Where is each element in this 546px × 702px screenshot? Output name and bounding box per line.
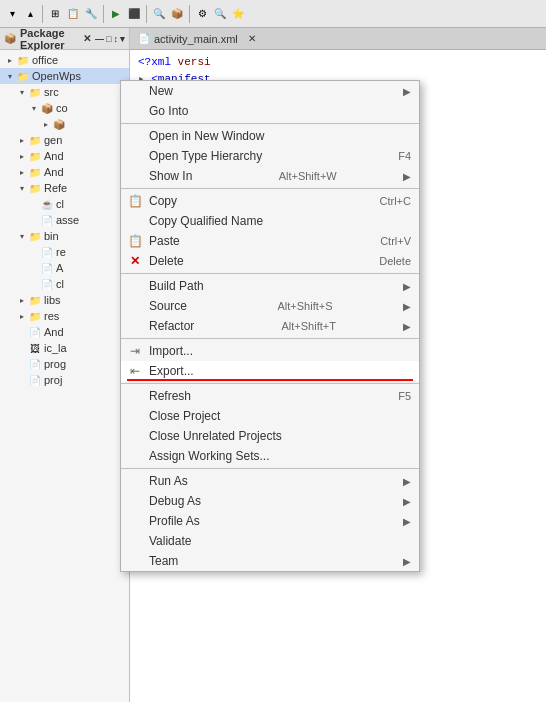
menu-item-open-new-window[interactable]: Open in New Window [121, 126, 419, 146]
tree-item-cl2[interactable]: 📄 cl [0, 276, 129, 292]
tree-item-and1[interactable]: ▸ 📁 And [0, 148, 129, 164]
editor-tab-close[interactable]: ✕ [248, 33, 256, 44]
menu-item-debug-as[interactable]: Debug As ▶ [121, 491, 419, 511]
submenu-arrow-team: ▶ [403, 556, 411, 567]
tree-label: Refe [44, 182, 67, 194]
toolbar-icon-misc2[interactable]: ⭐ [230, 6, 246, 22]
tree-label: prog [44, 358, 66, 370]
menu-separator-5 [121, 383, 419, 384]
tree-item-office[interactable]: ▸ 📁 office [0, 52, 129, 68]
tree-item-co-child[interactable]: ▸ 📦 [0, 116, 129, 132]
tree-item-and2[interactable]: ▸ 📁 And [0, 164, 129, 180]
tree-label: res [44, 310, 59, 322]
package-icon: 📦 [40, 101, 54, 115]
menu-label-assign-working-sets: Assign Working Sets... [149, 449, 270, 463]
menu-separator-6 [121, 468, 419, 469]
toolbar-icon-1[interactable]: ▾ [4, 6, 20, 22]
toolbar-icon-2[interactable]: ▴ [22, 6, 38, 22]
folder-icon: 📁 [28, 309, 42, 323]
menu-item-go-into[interactable]: Go Into [121, 101, 419, 121]
panel-icon-minimize[interactable]: — [95, 34, 104, 44]
tree-item-libs[interactable]: ▸ 📁 libs [0, 292, 129, 308]
toolbar-sep-1 [42, 5, 43, 23]
main-toolbar: ▾ ▴ ⊞ 📋 🔧 ▶ ⬛ 🔍 📦 ⚙ 🔍 ⭐ [0, 0, 546, 28]
panel-icon-expand[interactable]: ↕ [114, 34, 119, 44]
panel-title: Package Explorer [20, 27, 77, 51]
menu-item-new[interactable]: New ▶ [121, 81, 419, 101]
menu-item-copy[interactable]: 📋 Copy Ctrl+C [121, 191, 419, 211]
menu-item-close-unrelated[interactable]: Close Unrelated Projects [121, 426, 419, 446]
tree-item-bin[interactable]: ▾ 📁 bin [0, 228, 129, 244]
toolbar-icon-3[interactable]: ⊞ [47, 6, 63, 22]
menu-item-assign-working-sets[interactable]: Assign Working Sets... [121, 446, 419, 466]
submenu-arrow-refactor: ▶ [403, 321, 411, 332]
menu-separator-1 [121, 123, 419, 124]
tree-item-src[interactable]: ▾ 📁 src [0, 84, 129, 100]
menu-item-close-project[interactable]: Close Project [121, 406, 419, 426]
folder-icon: 📁 [28, 293, 42, 307]
toolbar-icon-search[interactable]: 🔍 [151, 6, 167, 22]
tree-arrow [16, 326, 28, 338]
toolbar-icon-package[interactable]: 📦 [169, 6, 185, 22]
menu-label-open-new-window: Open in New Window [149, 129, 264, 143]
menu-label-show-in: Show In [149, 169, 192, 183]
folder-icon: 📁 [28, 85, 42, 99]
tree-arrow: ▸ [4, 54, 16, 66]
folder-icon: 📁 [16, 53, 30, 67]
menu-item-profile-as[interactable]: Profile As ▶ [121, 511, 419, 531]
menu-item-import[interactable]: ⇥ Import... [121, 341, 419, 361]
tree-item-proj[interactable]: 📄 proj [0, 372, 129, 388]
menu-label-refactor: Refactor [149, 319, 194, 333]
menu-label-delete: Delete [149, 254, 184, 268]
tree-label: libs [44, 294, 61, 306]
toolbar-icon-5[interactable]: 🔧 [83, 6, 99, 22]
menu-item-source[interactable]: Source Alt+Shift+S ▶ [121, 296, 419, 316]
tree-item-refe[interactable]: ▾ 📁 Refe [0, 180, 129, 196]
menu-item-team[interactable]: Team ▶ [121, 551, 419, 571]
tree-item-a[interactable]: 📄 A [0, 260, 129, 276]
menu-separator-3 [121, 273, 419, 274]
tree-label: And [44, 166, 64, 178]
menu-item-copy-qualified[interactable]: Copy Qualified Name [121, 211, 419, 231]
xml-file-icon: 📄 [138, 33, 150, 44]
tree-item-re[interactable]: 📄 re [0, 244, 129, 260]
shortcut-show-in: Alt+Shift+W [259, 170, 337, 182]
tree-item-ic[interactable]: 🖼 ic_la [0, 340, 129, 356]
menu-item-delete[interactable]: ✕ Delete Delete [121, 251, 419, 271]
tree-item-and3[interactable]: 📄 And [0, 324, 129, 340]
tree-item-asse[interactable]: 📄 asse [0, 212, 129, 228]
menu-label-new: New [149, 84, 173, 98]
tree-arrow: ▾ [4, 70, 16, 82]
tree-item-prog[interactable]: 📄 prog [0, 356, 129, 372]
menu-item-run-as[interactable]: Run As ▶ [121, 471, 419, 491]
toolbar-icon-stop[interactable]: ⬛ [126, 6, 142, 22]
tree-item-co[interactable]: ▾ 📦 co [0, 100, 129, 116]
editor-tab[interactable]: 📄 activity_main.xml ✕ [130, 28, 546, 50]
tree-item-cl[interactable]: ☕ cl [0, 196, 129, 212]
toolbar-icon-gear[interactable]: ⚙ [194, 6, 210, 22]
menu-separator-2 [121, 188, 419, 189]
menu-item-export[interactable]: ⇤ Export... [121, 361, 419, 381]
tree-item-res[interactable]: ▸ 📁 res [0, 308, 129, 324]
toolbar-icon-misc1[interactable]: 🔍 [212, 6, 228, 22]
tree-label: cl [56, 278, 64, 290]
menu-item-open-type-hierarchy[interactable]: Open Type Hierarchy F4 [121, 146, 419, 166]
menu-item-validate[interactable]: Validate [121, 531, 419, 551]
menu-item-refresh[interactable]: Refresh F5 [121, 386, 419, 406]
panel-icon-maximize[interactable]: □ [106, 34, 111, 44]
menu-item-refactor[interactable]: Refactor Alt+Shift+T ▶ [121, 316, 419, 336]
tree-arrow: ▾ [28, 102, 40, 114]
panel-icon-menu[interactable]: ▾ [120, 34, 125, 44]
toolbar-icon-run[interactable]: ▶ [108, 6, 124, 22]
panel-close-icon[interactable]: ✕ [83, 33, 91, 44]
tree-arrow: ▸ [16, 294, 28, 306]
tree-item-openwps[interactable]: ▾ 📁 OpenWps [0, 68, 129, 84]
menu-item-paste[interactable]: 📋 Paste Ctrl+V [121, 231, 419, 251]
menu-item-show-in[interactable]: Show In Alt+Shift+W ▶ [121, 166, 419, 186]
tree-arrow [28, 262, 40, 274]
menu-item-build-path[interactable]: Build Path ▶ [121, 276, 419, 296]
toolbar-icon-4[interactable]: 📋 [65, 6, 81, 22]
menu-separator-4 [121, 338, 419, 339]
tree-label: co [56, 102, 68, 114]
tree-item-gen[interactable]: ▸ 📁 gen [0, 132, 129, 148]
